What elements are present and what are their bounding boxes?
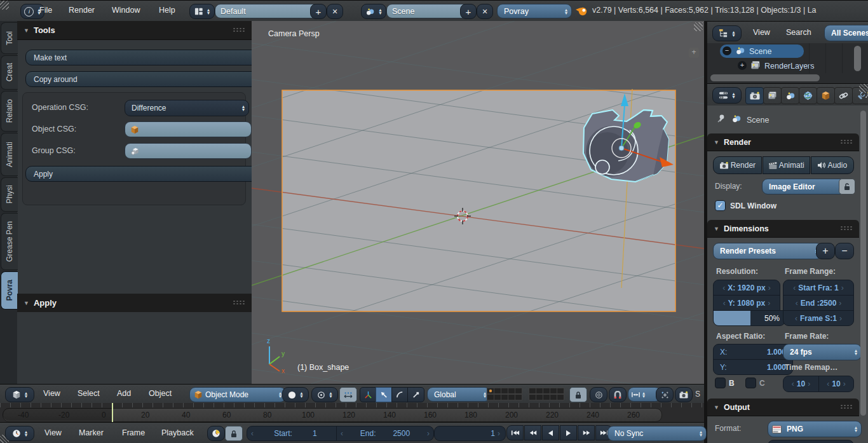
display-lock-button[interactable]	[839, 179, 855, 194]
stepper-right-icon[interactable]: ›	[768, 299, 770, 308]
stepper-left-icon[interactable]: ‹	[792, 379, 794, 388]
play-button[interactable]	[560, 425, 577, 440]
pin-icon[interactable]	[715, 113, 726, 125]
frame-end-field[interactable]: ‹ End :2500 ›	[783, 295, 854, 311]
menu-add[interactable]: Add	[113, 389, 135, 398]
stepper-left-icon[interactable]: ‹	[796, 299, 798, 308]
shelf-tab-animation[interactable]: Animati	[1, 133, 18, 176]
outliner-vertical-scrollbar[interactable]	[854, 46, 861, 71]
stepper-left-icon[interactable]: ‹	[793, 283, 796, 292]
time-remap-old-field[interactable]: ‹ 10 ›	[783, 376, 819, 392]
render-audio-button[interactable]: Audio	[811, 156, 854, 174]
frame-rate-dropdown[interactable]: 24 fps ▴▾	[783, 344, 862, 360]
snap-toggle-button[interactable]	[609, 387, 627, 402]
frame-start-field[interactable]: ‹ Start Fra: 1 ›	[783, 280, 854, 296]
manipulator-translate-button[interactable]	[376, 387, 393, 402]
play-reverse-button[interactable]	[542, 425, 559, 440]
tab-scene[interactable]	[781, 87, 799, 104]
snap-peel-button[interactable]	[656, 387, 674, 402]
screen-layout-name-field[interactable]: Default	[215, 4, 320, 18]
menu-view[interactable]: View	[41, 428, 65, 437]
crop-checkbox[interactable]	[745, 378, 756, 388]
aspect-y-field[interactable]: Y: 1.000	[713, 359, 793, 375]
properties-vertical-scrollbar[interactable]	[860, 111, 866, 416]
view3d-editor-selector[interactable]: ▴▾	[5, 387, 34, 402]
stepper-right-icon[interactable]: ›	[427, 429, 430, 438]
tab-world[interactable]	[799, 87, 817, 104]
transform-orientation-dropdown[interactable]: Global ▴▾	[427, 387, 491, 402]
time-remap-new-field[interactable]: ‹ 10 ›	[818, 376, 854, 392]
panel-grip-icon[interactable]	[233, 300, 245, 306]
menu-playback[interactable]: Playback	[158, 428, 198, 437]
stepper-right-icon[interactable]: ›	[841, 283, 844, 292]
panel-grip-icon[interactable]	[233, 27, 245, 33]
sync-mode-dropdown[interactable]: No Sync ▴▾	[607, 426, 707, 441]
frame-step-field[interactable]: ‹ Frame S:1 ›	[783, 310, 854, 326]
remove-preset-button[interactable]: −	[835, 243, 854, 259]
menu-view[interactable]: View	[749, 28, 774, 37]
stepper-right-icon[interactable]: ›	[843, 379, 846, 388]
display-dropdown[interactable]: Image Editor ▴▾	[762, 179, 846, 194]
apply-panel-header[interactable]: ▼ Apply	[17, 294, 252, 313]
tab-render-properties[interactable]	[745, 87, 764, 104]
stepper-left-icon[interactable]: ‹	[795, 314, 797, 323]
screen-layout-selector[interactable]: ▴▾	[189, 4, 215, 19]
menu-render[interactable]: Render	[65, 6, 98, 15]
border-checkbox[interactable]	[715, 378, 726, 388]
stepper-right-icon[interactable]: ›	[839, 299, 841, 308]
expand-circle-icon[interactable]: +	[738, 61, 747, 70]
shelf-tab-tools[interactable]: Tool	[1, 22, 18, 54]
scene-selector[interactable]: ▴▾	[361, 4, 386, 19]
manipulator-toggle-button[interactable]	[339, 387, 357, 402]
rewind-button[interactable]	[524, 425, 541, 440]
current-frame-field[interactable]: 1 ›	[434, 426, 506, 441]
shelf-tab-relations[interactable]: Relatio	[1, 91, 18, 132]
proportional-edit-button[interactable]	[590, 387, 607, 402]
stepper-left-icon[interactable]: ‹	[722, 283, 725, 292]
viewport-shading-dropdown[interactable]: ▴▾	[282, 387, 309, 402]
timeline-editor-selector[interactable]: ▴▾	[5, 426, 34, 441]
manipulator-scale-button[interactable]	[407, 387, 424, 402]
operation-csg-dropdown[interactable]: Difference ▴▾	[125, 100, 249, 116]
stepper-right-icon[interactable]: ›	[498, 429, 500, 438]
output-format-dropdown[interactable]: PNG ▴▾	[768, 421, 862, 437]
stepper-left-icon[interactable]: ‹	[827, 379, 829, 388]
preview-range-button[interactable]	[207, 426, 225, 441]
fast-forward-button[interactable]	[578, 425, 595, 440]
render-animation-button[interactable]: Animati	[763, 156, 810, 174]
stepper-left-icon[interactable]: ‹	[251, 429, 254, 438]
outliner-editor-selector[interactable]: ▴▾	[712, 25, 742, 41]
stepper-right-icon[interactable]: ›	[808, 379, 810, 388]
apply-button[interactable]: Apply	[25, 166, 258, 182]
resolution-x-field[interactable]: ‹ X: 1920 px ›	[713, 280, 780, 296]
scene-name-field[interactable]: Scene	[386, 4, 470, 18]
tab-constraints[interactable]	[834, 87, 853, 104]
frame-end-field[interactable]: ‹ End: 2500 ›	[336, 426, 434, 441]
manipulator-rotate-button[interactable]	[391, 387, 409, 402]
resolution-percentage-slider[interactable]: 50%	[713, 310, 785, 326]
panel-grip-icon[interactable]	[840, 226, 853, 231]
outliner-renderlayers-label[interactable]: RenderLayers	[764, 62, 815, 71]
stepper-right-icon[interactable]: ›	[768, 283, 771, 292]
outliner-scene-label[interactable]: Scene	[749, 47, 771, 56]
dimensions-panel-header[interactable]: ▼ Dimensions	[707, 220, 859, 238]
menu-window[interactable]: Window	[108, 6, 144, 15]
make-text-button[interactable]: Make text	[25, 50, 258, 65]
properties-editor-selector[interactable]: ▴▾	[712, 87, 742, 104]
add-scene-button[interactable]: +	[460, 4, 477, 19]
tab-particles[interactable]	[865, 87, 868, 103]
aspect-x-field[interactable]: X: 1.000	[713, 344, 793, 360]
frame-start-field[interactable]: ‹ Start: 1 ›	[247, 426, 344, 441]
object-csg-field[interactable]	[125, 121, 252, 137]
render-image-button[interactable]: Render	[713, 156, 762, 174]
menu-view[interactable]: View	[39, 389, 64, 398]
tools-panel-header[interactable]: ▼ Tools	[17, 21, 252, 40]
timeline-ruler[interactable]: -40 -20 0 20 40 60 80 100 120 140 160 18…	[0, 403, 704, 423]
jump-to-start-button[interactable]	[506, 425, 524, 440]
render-panel-header[interactable]: ▼ Render	[707, 133, 859, 151]
menu-marker[interactable]: Marker	[75, 428, 107, 437]
delete-scene-button[interactable]: ✕	[477, 4, 493, 19]
opengl-render-image-button[interactable]	[675, 387, 693, 402]
layers-widget[interactable]	[487, 388, 564, 401]
collapse-circle-icon[interactable]: −	[722, 46, 731, 55]
